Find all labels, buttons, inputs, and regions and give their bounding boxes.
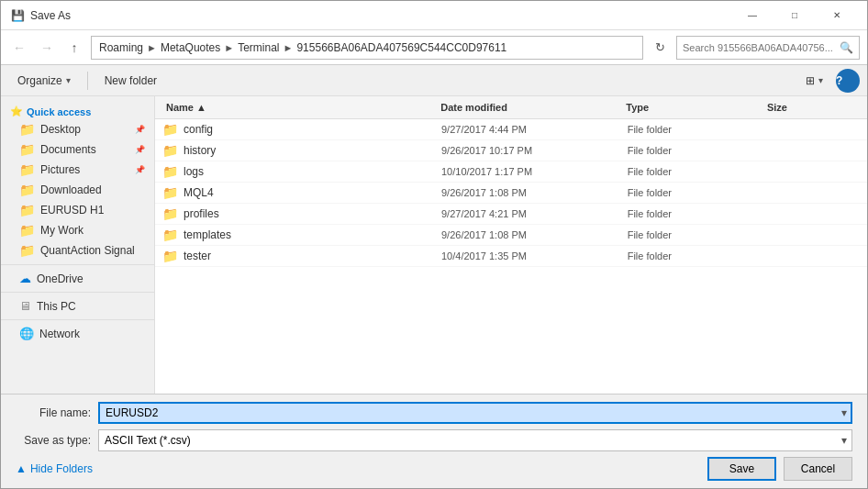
filename-input-wrapper [98,402,852,424]
organize-chevron: ▾ [66,75,71,85]
maximize-button[interactable]: □ [773,2,816,29]
col-header-name[interactable]: Name ▲ [162,100,437,115]
back-button[interactable]: ← [8,37,30,59]
save-button[interactable]: Save [707,457,776,481]
file-name-cell: 📁 tester [162,249,441,263]
view-button[interactable]: ⊞ ▾ [796,69,832,93]
file-type-cell: File folder [628,250,767,261]
file-rows-container: 📁 config 9/27/2017 4:44 PM File folder 📁… [155,119,867,267]
col-header-size[interactable]: Size [763,100,860,115]
search-icon: 🔍 [840,41,853,54]
desktop-icon: 📁 [19,122,35,137]
help-icon: ? [836,74,842,87]
file-list-header: Name ▲ Date modified Type Size [155,96,867,119]
view-icon: ⊞ [806,74,815,87]
file-name-cell: 📁 config [162,122,441,137]
breadcrumb-metaquotes[interactable]: MetaQuotes [161,41,220,54]
sep3: ► [284,42,294,53]
file-type-cell: File folder [628,229,767,240]
folder-icon: 📁 [162,249,178,263]
col-header-date[interactable]: Date modified [437,100,622,115]
file-date-cell: 9/26/2017 1:08 PM [441,229,628,240]
chevron-down-icon: ▲ [16,462,27,475]
star-icon: ⭐ [10,106,23,117]
pictures-icon: 📁 [19,162,35,177]
sidebar-item-thispc[interactable]: 🖥 This PC [1,296,154,316]
folder-icon: 📁 [162,122,178,137]
col-header-type[interactable]: Type [622,100,763,115]
quick-access-header: ⭐ Quick access [1,100,154,119]
table-row[interactable]: 📁 tester 10/4/2017 1:35 PM File folder [155,246,867,267]
table-row[interactable]: 📁 profiles 9/27/2017 4:21 PM File folder [155,204,867,225]
file-date-cell: 10/4/2017 1:35 PM [441,250,628,261]
cancel-button[interactable]: Cancel [784,457,852,481]
thispc-icon: 🖥 [19,299,31,313]
file-name-cell: 📁 profiles [162,206,441,221]
table-row[interactable]: 📁 logs 10/10/2017 1:17 PM File folder [155,161,867,183]
table-row[interactable]: 📁 config 9/27/2017 4:44 PM File folder [155,119,867,140]
buttons-row: ▲ Hide Folders Save Cancel [16,457,852,481]
organize-button[interactable]: Organize ▾ [8,69,80,93]
toolbar-separator [87,72,88,90]
sidebar-item-quantaction[interactable]: 📁 QuantAction Signal [1,240,154,261]
sidebar: ⭐ Quick access 📁 Desktop 📌 📁 Documents 📌… [1,96,155,394]
window-controls: — □ ✕ [731,2,858,29]
savetype-label: Save as type: [16,434,98,447]
file-name-cell: 📁 templates [162,228,441,242]
file-name-cell: 📁 history [162,143,441,158]
breadcrumb-terminal[interactable]: Terminal [238,41,279,54]
savetype-select[interactable]: ASCII Text (*.csv) CSV (*.csv) Text (*.t… [98,429,852,451]
filename-label: File name: [16,406,98,419]
minimize-button[interactable]: — [731,2,773,29]
savetype-row: Save as type: ASCII Text (*.csv) CSV (*.… [16,429,852,451]
breadcrumb-roaming[interactable]: Roaming [99,41,143,54]
network-icon: 🌐 [19,327,34,340]
folder-icon: 📁 [162,164,178,179]
file-date-cell: 9/27/2017 4:21 PM [441,208,628,219]
pin-icon-doc: 📌 [135,145,145,154]
breadcrumb-id[interactable]: 915566BA06ADA407569C544CC0D97611 [296,41,506,54]
sidebar-divider-2 [1,292,154,293]
sidebar-item-desktop[interactable]: 📁 Desktop 📌 [1,119,154,139]
file-type-cell: File folder [628,208,767,219]
sidebar-item-documents[interactable]: 📁 Documents 📌 [1,139,154,160]
table-row[interactable]: 📁 MQL4 9/26/2017 1:08 PM File folder [155,183,867,204]
file-date-cell: 9/26/2017 10:17 PM [441,145,628,156]
folder-icon: 📁 [162,185,178,200]
onedrive-icon: ☁ [19,272,31,285]
sidebar-item-pictures[interactable]: 📁 Pictures 📌 [1,160,154,180]
quantaction-icon: 📁 [19,243,35,258]
close-button[interactable]: ✕ [816,2,858,29]
pin-icon: 📌 [135,125,145,134]
title-bar: 💾 Save As — □ ✕ [1,1,867,30]
sidebar-item-eurusdh1[interactable]: 📁 EURUSD H1 [1,200,154,220]
up-button[interactable]: ↑ [63,37,85,59]
hide-folders-button[interactable]: ▲ Hide Folders [16,462,700,475]
sep1: ► [147,42,157,53]
new-folder-button[interactable]: New folder [95,69,166,93]
folder-icon: 📁 [162,228,178,242]
search-bar[interactable]: 🔍 [676,36,860,60]
toolbar: Organize ▾ New folder ⊞ ▾ ? [1,65,867,96]
help-button[interactable]: ? [836,69,860,93]
forward-button[interactable]: → [36,37,58,59]
filename-input[interactable] [98,402,852,424]
table-row[interactable]: 📁 templates 9/26/2017 1:08 PM File folde… [155,225,867,246]
sidebar-divider-3 [1,319,154,320]
filename-row: File name: [16,402,852,424]
sidebar-divider-1 [1,264,154,265]
sep2: ► [224,42,234,53]
search-input[interactable] [683,42,836,53]
sidebar-item-downloaded[interactable]: 📁 Downloaded [1,180,154,200]
table-row[interactable]: 📁 history 9/26/2017 10:17 PM File folder [155,140,867,161]
dialog-title: Save As [30,9,731,22]
breadcrumb[interactable]: Roaming ► MetaQuotes ► Terminal ► 915566… [91,36,643,60]
sidebar-item-onedrive[interactable]: ☁ OneDrive [1,269,154,288]
file-type-cell: File folder [628,124,767,135]
sidebar-item-network[interactable]: 🌐 Network [1,324,154,343]
sidebar-item-mywork[interactable]: 📁 My Work [1,220,154,240]
main-area: ⭐ Quick access 📁 Desktop 📌 📁 Documents 📌… [1,96,867,394]
refresh-button[interactable]: ↻ [649,37,671,59]
file-type-cell: File folder [628,166,767,177]
view-chevron: ▾ [818,75,823,85]
